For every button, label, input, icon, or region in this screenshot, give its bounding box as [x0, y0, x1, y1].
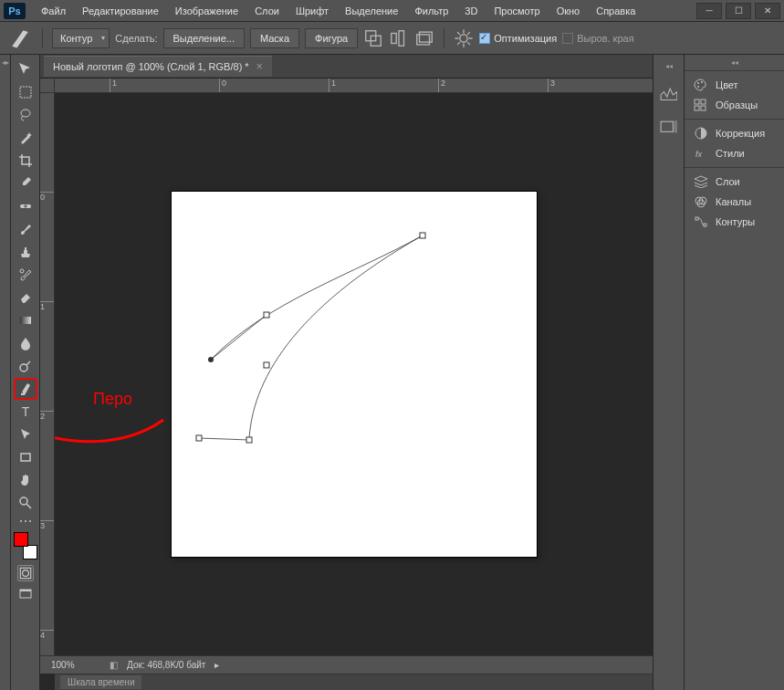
document-tab[interactable]: Новый логотип @ 100% (Слой 1, RGB/8) * ×: [44, 56, 272, 77]
type-tool[interactable]: T: [14, 401, 37, 423]
path-ops-icon[interactable]: [363, 28, 383, 48]
opt-align-edges-check[interactable]: Выров. края: [562, 33, 633, 44]
adjustments-icon: [694, 127, 708, 140]
menu-3d[interactable]: 3D: [456, 3, 486, 19]
canvas-viewport[interactable]: Перо: [55, 93, 653, 655]
svg-rect-15: [21, 454, 30, 461]
nav-preview-icon[interactable]: ◧: [110, 660, 118, 670]
doc-info[interactable]: Док: 468,8K/0 байт: [127, 660, 205, 670]
eyedropper-tool[interactable]: [14, 172, 37, 194]
background-swatch[interactable]: [23, 545, 37, 559]
move-tool[interactable]: [14, 58, 37, 80]
app-logo: Ps: [4, 3, 26, 19]
make-shape-button[interactable]: Фигура: [305, 28, 358, 48]
panel-label: Слои: [716, 176, 740, 187]
menu-view[interactable]: Просмотр: [486, 3, 548, 19]
panel-layers[interactable]: Слои: [685, 172, 784, 192]
gradient-tool[interactable]: [14, 309, 37, 331]
svg-rect-25: [196, 435, 202, 441]
ruler-vertical[interactable]: 0 1 2 3 4: [40, 93, 55, 655]
edit-toolbar-icon[interactable]: [14, 515, 37, 528]
tab-close-icon[interactable]: ×: [256, 60, 263, 73]
histogram-icon[interactable]: [660, 87, 678, 103]
menu-edit[interactable]: Редактирование: [74, 3, 167, 19]
svg-rect-2: [392, 33, 397, 43]
swatches-icon: [694, 99, 708, 111]
svg-rect-39: [701, 106, 706, 110]
document-area: Новый логотип @ 100% (Слой 1, RGB/8) * ×…: [40, 55, 653, 690]
screen-mode-button[interactable]: [14, 583, 37, 605]
path-arrange-icon[interactable]: [414, 28, 434, 48]
maximize-button[interactable]: ☐: [726, 3, 751, 19]
svg-point-13: [21, 392, 23, 393]
foreground-swatch[interactable]: [14, 532, 28, 547]
minimize-button[interactable]: ─: [696, 3, 722, 19]
make-selection-button[interactable]: Выделение...: [163, 28, 245, 48]
marquee-tool[interactable]: [14, 81, 37, 103]
menu-window[interactable]: Окно: [549, 3, 589, 19]
panel-paths[interactable]: Контуры: [685, 212, 784, 232]
tool-preset-icon[interactable]: [7, 28, 33, 48]
zoom-tool[interactable]: [14, 492, 37, 514]
hand-tool[interactable]: [14, 469, 37, 491]
menu-select[interactable]: Выделение: [337, 3, 406, 19]
menu-type[interactable]: Шрифт: [287, 3, 337, 19]
dodge-tool[interactable]: [14, 355, 37, 377]
history-brush-tool[interactable]: [14, 264, 37, 286]
palette-icon: [694, 78, 708, 91]
panel-channels[interactable]: Каналы: [685, 192, 784, 212]
status-bar: 100% ◧ Док: 468,8K/0 байт ▸: [40, 655, 653, 674]
brush-tool[interactable]: [14, 218, 37, 240]
toolbar-collapse-strip[interactable]: ◂▸: [0, 55, 11, 690]
opt-rubber-band-check[interactable]: Оптимизация: [479, 33, 557, 44]
eraser-tool[interactable]: [14, 287, 37, 308]
make-label: Сделать:: [115, 33, 157, 44]
make-mask-button[interactable]: Маска: [250, 28, 299, 48]
canvas[interactable]: [172, 192, 537, 557]
magic-wand-tool[interactable]: [14, 127, 37, 149]
layers-icon: [694, 175, 708, 188]
path-selection-tool[interactable]: [14, 423, 37, 445]
gear-icon[interactable]: [454, 28, 474, 48]
svg-rect-7: [20, 87, 31, 98]
options-bar: Контур Сделать: Выделение... Маска Фигур…: [0, 22, 784, 55]
zoom-level[interactable]: 100%: [46, 660, 100, 670]
channels-icon: [694, 195, 708, 208]
path-align-icon[interactable]: [389, 28, 409, 48]
svg-rect-23: [20, 590, 31, 591]
color-swatches[interactable]: [14, 532, 37, 559]
crop-tool[interactable]: [14, 150, 37, 172]
svg-point-21: [22, 570, 28, 577]
menu-filter[interactable]: Фильтр: [406, 3, 456, 19]
panel-label: Коррекция: [716, 128, 765, 139]
quick-mask-toggle[interactable]: [17, 565, 34, 581]
svg-point-16: [20, 497, 27, 505]
navigator-icon[interactable]: [660, 120, 678, 136]
panel-styles[interactable]: fx Стили: [685, 143, 784, 163]
clone-stamp-tool[interactable]: [14, 241, 37, 263]
menu-file[interactable]: Файл: [33, 3, 74, 19]
menu-layers[interactable]: Слои: [246, 3, 287, 19]
healing-brush-tool[interactable]: [14, 195, 37, 217]
svg-text:fx: fx: [695, 150, 703, 159]
panel-color[interactable]: Цвет: [685, 75, 784, 95]
lasso-tool[interactable]: [14, 104, 37, 126]
blur-tool[interactable]: [14, 332, 37, 354]
pen-tool[interactable]: [14, 378, 37, 400]
doc-info-menu-icon[interactable]: ▸: [214, 660, 219, 670]
panel-adjustments[interactable]: Коррекция: [685, 123, 784, 143]
menu-help[interactable]: Справка: [588, 3, 643, 19]
right-panels: ◂◂ Цвет Образцы Коррекция fx Стили: [684, 55, 784, 690]
close-button[interactable]: ✕: [755, 3, 780, 19]
styles-icon: fx: [694, 147, 708, 160]
panel-label: Цвет: [716, 79, 738, 90]
rectangle-tool[interactable]: [14, 446, 37, 468]
pen-path[interactable]: [172, 192, 537, 557]
pen-mode-dropdown[interactable]: Контур: [52, 28, 110, 48]
panel-swatches[interactable]: Образцы: [685, 95, 784, 115]
menu-image[interactable]: Изображение: [167, 3, 246, 19]
svg-point-30: [208, 357, 214, 362]
svg-point-12: [20, 364, 27, 371]
ruler-horizontal[interactable]: 1 0 1 2 3: [55, 78, 653, 93]
timeline-panel-tab[interactable]: Шкала времени: [55, 674, 653, 690]
